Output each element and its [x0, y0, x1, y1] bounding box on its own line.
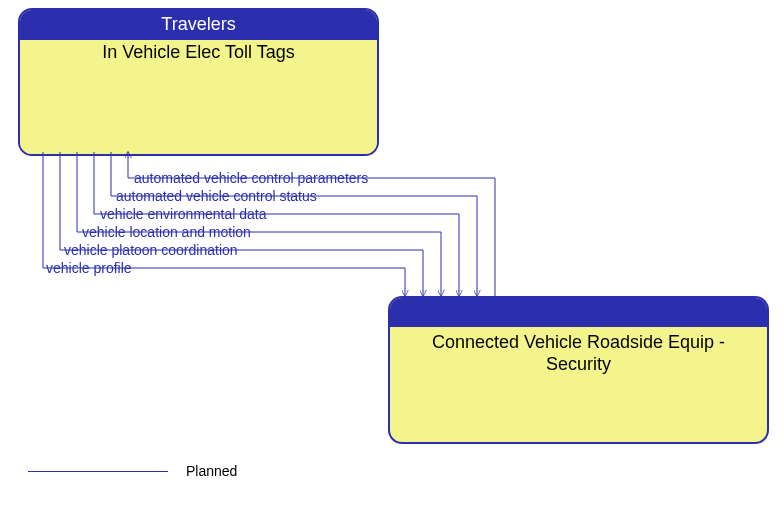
legend-line-icon [28, 471, 168, 472]
node-travelers[interactable]: Travelers In Vehicle Elec Toll Tags [18, 8, 379, 156]
node-cvrse-title: Connected Vehicle Roadside Equip - Secur… [390, 327, 767, 379]
flow-label-3: vehicle location and motion [82, 224, 251, 240]
node-cvrse[interactable]: Connected Vehicle Roadside Equip - Secur… [388, 296, 769, 444]
flow-label-0: automated vehicle control parameters [134, 170, 368, 186]
legend-label: Planned [186, 463, 237, 479]
node-travelers-header: Travelers [20, 10, 377, 40]
flow-label-1: automated vehicle control status [116, 188, 317, 204]
node-travelers-body [20, 67, 377, 154]
node-cvrse-title-line2: Security [546, 354, 611, 374]
flow-label-5: vehicle profile [46, 260, 132, 276]
flow-label-4: vehicle platoon coordination [64, 242, 238, 258]
flow-label-2: vehicle environmental data [100, 206, 267, 222]
node-travelers-subheader: In Vehicle Elec Toll Tags [20, 40, 377, 67]
node-cvrse-header [390, 298, 767, 327]
diagram-canvas: Travelers In Vehicle Elec Toll Tags Conn… [0, 0, 783, 505]
node-cvrse-title-line1: Connected Vehicle Roadside Equip - [432, 332, 725, 352]
